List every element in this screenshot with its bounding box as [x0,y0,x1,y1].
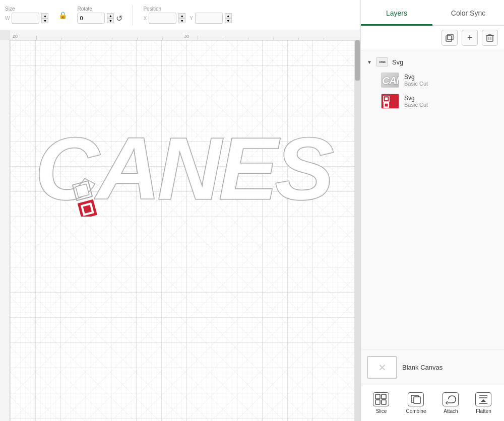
w-label: W [5,16,10,21]
rotate-spinners: ▲ ▼ [107,13,114,23]
attach-button[interactable]: Attach [438,390,463,416]
ruler-mark-30: 30 [184,34,189,39]
layer-item-1[interactable]: CANES CANES Svg Basic Cut [361,69,504,91]
flatten-label: Flatten [476,408,491,414]
svg-rect-23 [382,394,386,399]
panel-actions: Slice Combine Attach [361,385,504,421]
slice-button[interactable]: Slice [369,390,393,416]
rotate-icon[interactable]: ↺ [116,14,122,23]
scrollbar-thumb[interactable] [355,40,360,81]
ruler-tick-minor-1 [61,38,62,40]
panel-toolbar: + [361,26,504,50]
separator-1 [133,5,133,25]
layer-subtitle-1: Basic Cut [404,81,428,87]
svg-rect-27 [414,397,420,403]
duplicate-button[interactable] [442,30,458,46]
svg-rect-3 [76,184,89,197]
x-spinners: ▲ ▼ [178,13,185,23]
combine-button[interactable]: Combine [402,390,430,416]
svg-marker-30 [481,399,486,402]
layer-info-2: Svg Basic Cut [404,95,428,108]
blank-canvas-box: Blank Canvas [367,356,498,379]
svg-text:CANES: CANES [35,119,333,217]
lock-icon[interactable]: 🔒 [58,11,67,19]
spacer [361,204,504,349]
y-up[interactable]: ▲ [225,13,232,18]
layer-item-2[interactable]: Svg Basic Cut [361,91,504,112]
svg-rect-24 [375,400,380,404]
vertical-scrollbar[interactable] [354,40,360,421]
layer-thumb-2 [381,94,399,109]
ruler-left [0,40,10,421]
blank-canvas-area: Blank Canvas [361,349,504,385]
rotate-input[interactable] [77,13,105,24]
ruler-tick-minor-10 [324,38,324,40]
x-up[interactable]: ▲ [178,13,185,18]
svg-rect-9 [487,36,493,41]
svg-rect-8 [448,34,453,40]
svg-rect-21 [385,104,388,107]
ruler-tick-minor-2 [87,38,87,40]
rotate-label: Rotate [77,6,92,12]
layer-thumb-1: CANES CANES [381,73,399,88]
layers-list[interactable]: ▼ CANES Svg CANES CANES Svg [361,50,504,204]
layer-group-header[interactable]: ▼ CANES Svg [361,54,504,69]
svg-text:CANES: CANES [382,75,399,86]
position-label: Position [143,6,161,12]
ruler-tick-minor-7 [248,38,248,40]
ruler-tick-minor-4 [137,38,138,40]
group-name: Svg [392,58,403,66]
y-down[interactable]: ▼ [225,18,232,23]
group-thumb: CANES [376,57,388,66]
size-label: Size [5,6,15,12]
canes-logo[interactable]: CANES CANES [30,106,348,217]
x-label: X [143,16,147,21]
y-label: Y [190,16,193,21]
rotate-down[interactable]: ▼ [107,18,114,23]
width-input[interactable] [12,13,39,24]
y-spinners: ▲ ▼ [225,13,232,23]
right-panel: Layers Color Sync + [360,0,504,421]
svg-rect-25 [382,400,386,404]
grid-canvas[interactable]: CANES CANES [10,40,360,421]
flatten-button[interactable]: Flatten [471,390,495,416]
rotate-up[interactable]: ▲ [107,13,114,18]
ruler-tick-minor-6 [223,38,223,40]
delete-button[interactable] [482,30,498,46]
layer-group-svg: ▼ CANES Svg CANES CANES Svg [361,54,504,112]
position-group: Position X ▲ ▼ Y ▲ ▼ [143,6,231,24]
ruler-top: 20 30 [10,30,360,40]
ruler-mark-20: 20 [13,34,18,39]
ruler-tick-20 [36,36,37,40]
width-up[interactable]: ▲ [41,13,48,18]
layer-subtitle-2: Basic Cut [404,102,428,108]
width-down[interactable]: ▼ [41,18,48,23]
add-button[interactable]: + [462,30,478,46]
tab-layers[interactable]: Layers [361,0,432,26]
ruler-tick-minor-8 [273,38,274,40]
layer-info-1: Svg Basic Cut [404,74,428,87]
svg-rect-19 [385,97,388,100]
duplicate-icon [445,33,454,42]
canvas-area[interactable]: 20 30 CANES CANES [0,30,360,421]
ruler-tick-minor-3 [112,38,112,40]
combine-label: Combine [406,408,426,414]
blank-canvas-label: Blank Canvas [402,364,443,371]
svg-rect-7 [446,36,452,41]
x-input[interactable] [149,13,176,24]
tab-color-sync[interactable]: Color Sync [432,0,504,25]
tabs: Layers Color Sync [361,0,504,26]
trash-icon [485,33,494,42]
attach-label: Attach [444,408,458,414]
blank-canvas-thumb [367,356,397,379]
width-spinners: ▲ ▼ [41,13,48,23]
layer-title-2: Svg [404,95,428,102]
y-input[interactable] [195,13,223,24]
x-down[interactable]: ▼ [178,18,185,23]
flatten-icon [475,392,491,406]
expand-arrow-icon: ▼ [367,59,372,65]
slice-label: Slice [376,408,387,414]
ruler-tick-minor-9 [298,38,299,40]
attach-icon [443,392,459,406]
combine-icon [408,392,424,406]
